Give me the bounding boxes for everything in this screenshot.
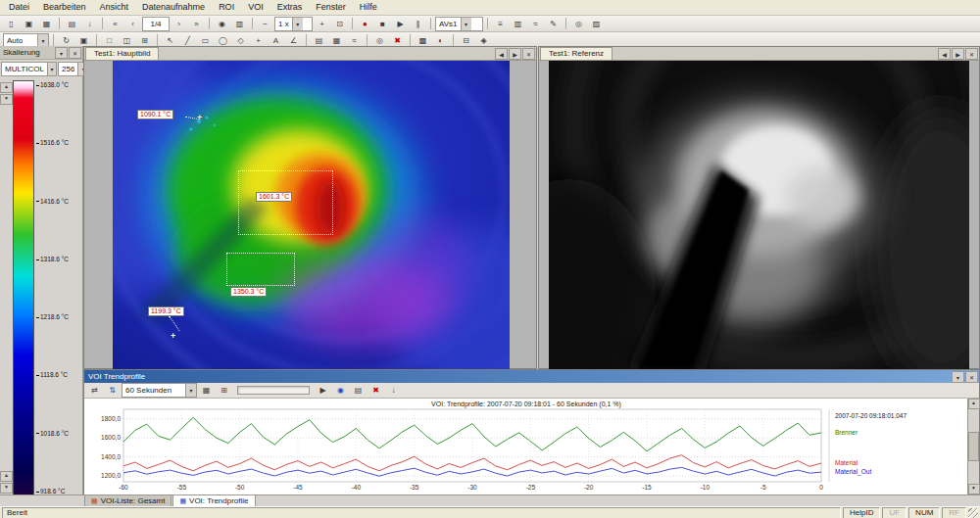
status-uf: UF bbox=[882, 507, 906, 518]
chevron-down-icon[interactable]: ▾ bbox=[37, 34, 48, 47]
zoom-in-icon: + bbox=[319, 20, 324, 28]
scroll-up-icon[interactable]: ▲ bbox=[968, 399, 980, 409]
reference-image-canvas[interactable] bbox=[549, 61, 969, 369]
avs-combo[interactable]: AVs1▾ bbox=[435, 17, 483, 31]
zoom-out-button[interactable]: − bbox=[257, 16, 273, 31]
delete-trend-button[interactable]: ✖ bbox=[368, 383, 384, 399]
menu-fenster[interactable]: Fenster bbox=[309, 0, 353, 15]
stop-button[interactable]: ■ bbox=[374, 16, 391, 31]
scale-label: 1318.6 °C bbox=[36, 256, 82, 262]
trend-icon: ▦ bbox=[179, 497, 186, 505]
palette-colorbar[interactable] bbox=[13, 80, 34, 497]
chart-grid-button[interactable]: ▦ bbox=[198, 383, 215, 399]
zoom-in-button[interactable]: + bbox=[314, 16, 330, 31]
open-file-button[interactable]: ▣ bbox=[21, 16, 37, 31]
pause-icon: ∥ bbox=[416, 20, 420, 28]
toolbar-separator bbox=[410, 34, 411, 46]
play-trend-button[interactable]: ▶ bbox=[315, 383, 331, 399]
menu-hilfe[interactable]: Hilfe bbox=[353, 0, 384, 15]
roi-rectangle-2[interactable] bbox=[226, 253, 295, 286]
prev-view-button[interactable]: ◀ bbox=[495, 48, 508, 60]
menu-voi[interactable]: VOI bbox=[241, 0, 270, 15]
marker-button[interactable]: ◉ bbox=[332, 383, 349, 399]
next-view-button[interactable]: ▶ bbox=[509, 48, 521, 60]
frame-indicator[interactable]: 1/4 bbox=[142, 17, 170, 31]
trend-scrollbar[interactable]: ▲ ▼ bbox=[967, 399, 979, 494]
svg-text:Brenner: Brenner bbox=[835, 429, 858, 436]
analysis-button[interactable]: ≡ bbox=[492, 16, 509, 31]
export-trend-button[interactable]: ↓ bbox=[385, 383, 402, 399]
table-view-button[interactable]: ▤ bbox=[350, 383, 367, 399]
point-tool-icon: + bbox=[256, 36, 261, 45]
export-button[interactable]: ↓ bbox=[81, 16, 98, 31]
camera-button[interactable]: ◉ bbox=[214, 16, 230, 31]
close-view-button[interactable]: ✕ bbox=[965, 48, 978, 60]
open-file-icon: ▣ bbox=[25, 20, 33, 28]
temp-annotation-2: 1601.3 °C bbox=[256, 192, 292, 202]
resize-grip-icon[interactable] bbox=[968, 508, 978, 518]
next-frame-button[interactable]: › bbox=[171, 16, 187, 31]
first-frame-button[interactable]: « bbox=[107, 16, 123, 31]
toolbar-separator bbox=[352, 18, 353, 29]
view-tab-hauptbild[interactable]: Test1: Hauptbild bbox=[85, 47, 159, 60]
zoom-combo[interactable]: 1 x▾ bbox=[274, 17, 313, 31]
svg-text:-40: -40 bbox=[352, 484, 362, 491]
toolbar-separator bbox=[209, 18, 210, 29]
chevron-down-icon[interactable]: ▾ bbox=[185, 384, 196, 397]
palette-combo[interactable]: MULTICOLOR ▾ bbox=[1, 62, 57, 76]
menu-datenaufnahme[interactable]: Datenaufnahme bbox=[135, 0, 212, 15]
close-panel-button[interactable]: ✕ bbox=[69, 47, 81, 59]
snapshot-icon: ◎ bbox=[575, 20, 582, 28]
pin-panel-button[interactable]: ▾ bbox=[55, 47, 68, 59]
copy-chart-icon: ⊞ bbox=[220, 386, 227, 395]
save-file-button[interactable]: ▦ bbox=[38, 16, 55, 31]
view-tab-referenz[interactable]: Test1: Referenz bbox=[540, 47, 612, 60]
chevron-down-icon[interactable]: ▾ bbox=[47, 63, 56, 75]
menu-extras[interactable]: Extras bbox=[270, 0, 310, 15]
export-trend-icon: ↓ bbox=[392, 386, 396, 395]
trend-progress[interactable] bbox=[237, 386, 310, 395]
menu-bearbeiten[interactable]: Bearbeiten bbox=[36, 0, 93, 15]
interval-combo[interactable]: 60 Sekunden▾ bbox=[122, 383, 197, 398]
svg-text:Material: Material bbox=[835, 459, 858, 466]
last-frame-button[interactable]: » bbox=[188, 16, 205, 31]
chevron-down-icon[interactable]: ▾ bbox=[461, 18, 471, 30]
dock-button[interactable]: ⇄ bbox=[86, 383, 103, 399]
trend-chart[interactable]: VOI: Trendprofile: 2007-07-20 09:18:01 -… bbox=[84, 399, 967, 494]
close-view-button[interactable]: ✕ bbox=[522, 48, 535, 60]
play-button[interactable]: ▶ bbox=[392, 16, 409, 31]
roi-rectangle[interactable] bbox=[238, 170, 333, 235]
scrollbar-thumb[interactable] bbox=[968, 432, 979, 461]
scale-max-up-button[interactable]: ▲ bbox=[0, 82, 13, 93]
menu-trend-button[interactable]: ▾ bbox=[952, 371, 964, 383]
scaling-panel: Skalierung ▾✕ MULTICOLOR ▾ 256 ▾ ▲ ▼ bbox=[0, 46, 83, 494]
scale-min-down-button[interactable]: ▼ bbox=[0, 483, 13, 494]
pause-button[interactable]: ∥ bbox=[410, 16, 426, 31]
print-button[interactable]: ▤ bbox=[64, 16, 80, 31]
scale-max-down-button[interactable]: ▼ bbox=[0, 94, 13, 105]
prev-view-button[interactable]: ◀ bbox=[938, 48, 951, 60]
status-message: Bereit bbox=[2, 507, 841, 518]
close-trend-button[interactable]: ✕ bbox=[965, 371, 978, 383]
zoom-fit-button[interactable]: ⊡ bbox=[331, 16, 348, 31]
scale-min-up-button[interactable]: ▲ bbox=[0, 471, 13, 482]
histogram-button[interactable]: ▥ bbox=[510, 16, 526, 31]
copy-chart-button[interactable]: ⊞ bbox=[216, 383, 232, 399]
scroll-down-icon[interactable]: ▼ bbox=[968, 484, 980, 494]
snapshot-button[interactable]: ◎ bbox=[570, 16, 587, 31]
new-file-button[interactable]: ▯ bbox=[3, 16, 20, 31]
sort-button[interactable]: ⇅ bbox=[104, 383, 121, 399]
edit-button[interactable]: ✎ bbox=[545, 16, 562, 31]
sequence-button[interactable]: ▥ bbox=[231, 16, 248, 31]
record-button[interactable]: ● bbox=[357, 16, 373, 31]
profile-button[interactable]: ≈ bbox=[527, 16, 544, 31]
menu-datei[interactable]: Datei bbox=[2, 0, 36, 15]
thermal-image-canvas[interactable]: + + 1090.1 °C 1601.3 °C 1350.3 °C 1199.3… bbox=[113, 61, 510, 369]
trend-tool-icon: ≈ bbox=[352, 36, 356, 45]
prev-frame-button[interactable]: ‹ bbox=[124, 16, 141, 31]
menu-roi[interactable]: ROI bbox=[212, 0, 241, 15]
menu-ansicht[interactable]: Ansicht bbox=[93, 0, 136, 15]
chevron-down-icon[interactable]: ▾ bbox=[292, 18, 303, 30]
next-view-button[interactable]: ▶ bbox=[952, 48, 964, 60]
report-button[interactable]: ▨ bbox=[588, 16, 605, 31]
